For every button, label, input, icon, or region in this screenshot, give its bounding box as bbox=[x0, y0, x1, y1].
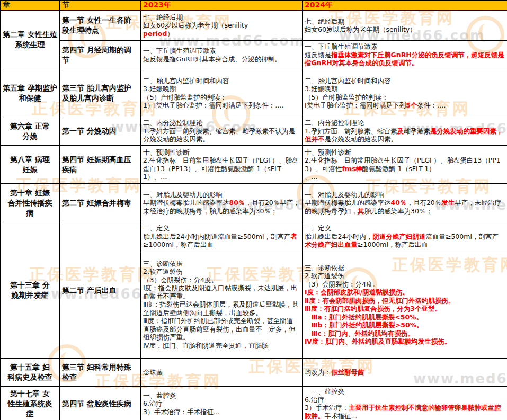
cell-2024: 三、诊断依据 2.软产道裂伤 （3）会阴裂伤：分4度。 Ⅰ度：会阴部皮肤和/阴道… bbox=[303, 251, 507, 359]
body-text: 念珠菌 bbox=[143, 368, 163, 376]
body-text: 三、诊断依据 2.软产道裂伤 （3）会阴裂伤：分4度。 Ⅰ度：指会阴皮肤及阴道入… bbox=[143, 260, 299, 350]
table-row: 第四节 月经周期的调节一、下丘脑生殖调节激素 短反馈是指GnRH对其本身合成、分… bbox=[1, 41, 507, 69]
cell-2024: 二、胎儿宫内监护时间和内容 3.妊娠晚期 （5）产时胎监监护的判读： Ⅰ类电子胎… bbox=[303, 69, 507, 117]
table-row: 第十五章 妇 科病史及检查第三节 妇科常用特殊检查念珠菌均改为：假丝酵母菌 bbox=[1, 359, 507, 387]
body-text: 雌孕激素 bbox=[404, 127, 430, 135]
body-text: 七、绝经后期 妇女60岁以后称为老年期（senility） bbox=[305, 17, 416, 34]
table-row: 第二章 女性生殖系统生理第一节 女性一生各阶段生理特点七、绝经后期 妇女60岁以… bbox=[1, 11, 507, 41]
cell-2023: 念珠菌 bbox=[141, 359, 303, 387]
body-text: 是分娩发动的始发因素。 bbox=[325, 135, 398, 143]
section-cell: 第三节 胎儿宫内监护及胎儿宫内诊断 bbox=[60, 69, 141, 117]
body-text: 均改为： bbox=[305, 368, 331, 376]
cell-2023: 七、绝经后期 妇女60岁以后称为老年期（senility period） bbox=[141, 11, 303, 41]
body-text: 二、胎儿宫内监护时间和内容 3.妊娠晚期 （5）产时胎监监护的判读： 1）Ⅰ类电… bbox=[143, 77, 284, 110]
cell-2024: 一、盆腔炎 6.治疗 3）手术治疗：主要用于抗生素控制不满意的输卵管卵巢脓肿或盆… bbox=[303, 387, 507, 420]
table-body: 第二章 女性生殖系统生理第一节 女性一生各阶段生理特点七、绝经后期 妇女60岁以… bbox=[1, 11, 507, 420]
changed-text: 发生 bbox=[441, 199, 455, 207]
header-2024: 2024年 bbox=[303, 1, 507, 11]
cell-2024: 一、定义 胎儿娩出后24小时内，阴道分娩产妇阴道流血量≥500ml，剖宫产术分娩… bbox=[303, 222, 507, 251]
body-text: 一、定义 胎儿娩出后24小时内阴道流血量≥500ml，剖宫产 bbox=[143, 224, 290, 240]
header-row: 章 节 2023年 2024年 bbox=[1, 1, 507, 11]
changed-text: 假丝酵母菌 bbox=[331, 368, 364, 376]
chapter-cell: 第十五章 妇 科病史及检查 bbox=[1, 359, 60, 387]
chapter-cell: 第六章 正常 分娩 bbox=[1, 117, 60, 146]
cell-2023: 三、诊断依据 2.软产道裂伤 （3）会阴裂伤：分4度。 Ⅰ度：指会阴皮肤及阴道入… bbox=[141, 251, 303, 359]
table-row: 第八章 病理 妊娠第四节 妊娠期高血压疾病十、预测性诊断 2.生化指标 目前常用… bbox=[1, 146, 507, 184]
changed-text: 指垂体激素对下丘脑GnRH分泌的负反馈调节，超短反馈是指GnRH对其本身合成的负… bbox=[305, 51, 504, 67]
body-text: 二、内分泌控制理论 1.孕妇方面 前列腺素、缩宫素 bbox=[305, 119, 397, 135]
body-text: 二、胎儿宫内监护时间和内容 3.妊娠晚期 （5）产时胎监监护的判读： Ⅰ类电子胎… bbox=[305, 77, 406, 110]
section-cell: 第四节 月经周期的调节 bbox=[60, 41, 141, 69]
changed-text: period bbox=[143, 30, 167, 38]
body-text: 一、定义 胎儿娩出后24小时内， bbox=[305, 224, 372, 240]
body-text: ≥1000ml，称产后出血 bbox=[358, 240, 428, 248]
cell-2024: 十、预测性诊断 2.生化指标 目前常用胎盘生长因子（PLGF）、胎盘蛋白13（P… bbox=[303, 146, 507, 184]
changed-text: 5个 bbox=[406, 101, 417, 109]
changed-text: 术分娩产妇出血量 bbox=[305, 240, 358, 248]
changed-text: 阴道分娩产妇阴道 bbox=[372, 233, 425, 240]
chapter-cell: 第五章 孕期监护和保健 bbox=[1, 69, 60, 117]
body-text: 十、预测性诊断 2.生化指标 目前常用胎盘生长因子（PLGF）、胎盘蛋白13（P… bbox=[143, 148, 298, 181]
body-text: 三、诊断依据 2.软产道裂伤 （3）会阴裂伤：分4度。 bbox=[305, 264, 379, 288]
changed-text: 者 bbox=[290, 233, 297, 240]
body-text: 七、绝经后期 妇女60岁以后称为老年期（senility bbox=[143, 13, 248, 30]
header-chapter: 章 bbox=[1, 1, 60, 11]
cell-2024: 一、下丘脑生殖调节激素 短反馈是指垂体激素对下丘脑GnRH分泌的负反馈调节，超短… bbox=[303, 41, 507, 69]
changed-text: 40％ bbox=[391, 199, 407, 207]
body-text: 胎儿的感染率为30％； bbox=[364, 207, 432, 215]
section-cell: 第三节 妇科常用特殊检查 bbox=[60, 359, 141, 387]
body-text: 二、内分泌控制理论 1.孕妇方面 前列腺素、缩宫素、雌孕激素不认为是分娩发动的始… bbox=[143, 119, 295, 143]
body-text: 一、盆腔炎 6.治疗 3）手术治疗： bbox=[305, 387, 349, 412]
cell-2024: 二、内分泌控制理论 1.孕妇方面 前列腺素、缩宫素及雌孕激素是分娩发动的重要因素… bbox=[303, 117, 507, 146]
body-text: 手术指征... bbox=[325, 412, 358, 420]
table-row: 第十七章 女 性生殖系统炎 症第四节 盆腔炎性疾病一、盆腔炎 6.治疗 3）手术… bbox=[1, 387, 507, 420]
body-text: ，且有20％ bbox=[406, 199, 441, 207]
chapter-cell: 第十七章 女 性生殖系统炎 症 bbox=[1, 387, 60, 420]
comparison-table: 章 节 2023年 2024年 第二章 女性生殖系统生理第一节 女性一生各阶段生… bbox=[0, 0, 507, 420]
body-text: 一、下丘脑生殖调节激素 短反馈是指GnRH对其本身合成、分泌的抑制。 bbox=[143, 47, 281, 63]
cell-2024: 均改为：假丝酵母菌 bbox=[303, 359, 507, 387]
table-row: 第五章 孕期监护和保健第三节 胎儿宫内监护及胎儿宫内诊断二、胎儿宫内监护时间和内… bbox=[1, 69, 507, 117]
body-text: ） bbox=[167, 30, 174, 38]
section-cell: 第四节 妊娠期高血压疾病 bbox=[60, 146, 141, 184]
changed-text: 80％ bbox=[229, 199, 245, 207]
chapter-cell: 第十三章 分 娩期并发症 bbox=[1, 222, 60, 359]
changed-text: Ⅰ度：会阴部皮肤和/阴道黏膜损伤。 Ⅱ度：有会阴部肌肉损伤，但无肛门外括约肌损伤… bbox=[305, 288, 455, 345]
header-section: 节 bbox=[60, 1, 141, 11]
section-cell: 第一节 分娩动因 bbox=[60, 117, 141, 146]
chapter-cell: 第八章 病理 妊娠 bbox=[1, 146, 60, 184]
changed-text: 其 bbox=[358, 207, 364, 215]
cell-2023: 二、胎儿宫内监护时间和内容 3.妊娠晚期 （5）产时胎监监护的判读： 1）Ⅰ类电… bbox=[141, 69, 303, 117]
section-cell: 第四节 盆腔炎性疾病 bbox=[60, 387, 141, 420]
textbook-change-comparison-page: 正保医学教育网www.med66.com正保医学教育网www.med66.com… bbox=[0, 0, 507, 420]
body-text: 一、对胎儿及婴幼儿的影响 早期潜伏梅毒胎儿的感染率达 bbox=[143, 191, 229, 207]
body-text: 流血量≥500ml，剖宫产 bbox=[425, 233, 498, 240]
table-row: 第六章 正常 分娩第一节 分娩动因二、内分泌控制理论 1.孕妇方面 前列腺素、缩… bbox=[1, 117, 507, 146]
body-text: 一、对胎儿及婴幼儿的影响 早期潜伏梅毒胎儿的感染率达 bbox=[305, 191, 391, 207]
cell-2023: 一、盆腔炎 6.治疗 3）手术治疗：手术指征... bbox=[141, 387, 303, 420]
cell-2023: 一、下丘脑生殖调节激素 短反馈是指GnRH对其本身合成、分泌的抑制。 bbox=[141, 41, 303, 69]
cell-2024: 七、绝经后期 妇女60岁以后称为老年期（senility） bbox=[303, 11, 507, 41]
chapter-cell: 第十章 妊娠 合并性传播疾 病 bbox=[1, 184, 60, 222]
body-text: 一、盆腔炎 6.治疗 3）手术治疗：手术指征... bbox=[143, 391, 220, 416]
cell-2023: 二、内分泌控制理论 1.孕妇方面 前列腺素、缩宫素、雌孕激素不认为是分娩发动的始… bbox=[141, 117, 303, 146]
table-row: 第十章 妊娠 合并性传播疾 病第二节 妊娠合并梅毒一、对胎儿及婴幼儿的影响 早期… bbox=[1, 184, 507, 222]
cell-2023: 一、对胎儿及婴幼儿的影响 早期潜伏梅毒胎儿的感染率达80％，且有20％早产；未经… bbox=[141, 184, 303, 222]
section-cell: 第二节 产后出血 bbox=[60, 222, 141, 359]
table-row: 第十三章 分 娩期并发症第二节 产后出血一、定义 胎儿娩出后24小时内阴道流血量… bbox=[1, 222, 507, 251]
changed-text: fms样 bbox=[342, 165, 362, 173]
body-text: 条件：…. bbox=[417, 101, 446, 109]
changed-text: 及 bbox=[397, 127, 404, 135]
body-text: ≥1000ml，称产后出血 bbox=[143, 240, 214, 248]
section-cell: 第一节 女性一生各阶段生理特点 bbox=[60, 11, 141, 41]
cell-2023: 一、定义 胎儿娩出后24小时内阴道流血量≥500ml，剖宫产者≥1000ml，称… bbox=[141, 222, 303, 251]
cell-2023: 十、预测性诊断 2.生化指标 目前常用胎盘生长因子（PLGF）、胎盘蛋白13（P… bbox=[141, 146, 303, 184]
chapter-cell: 第二章 女性生殖系统生理 bbox=[1, 11, 60, 69]
cell-2024: 一、对胎儿及婴幼儿的影响 早期潜伏梅毒胎儿的感染率达40％，且有20％发生早产；… bbox=[303, 184, 507, 222]
header-2023: 2023年 bbox=[141, 1, 303, 11]
section-cell: 第二节 妊娠合并梅毒 bbox=[60, 184, 141, 222]
